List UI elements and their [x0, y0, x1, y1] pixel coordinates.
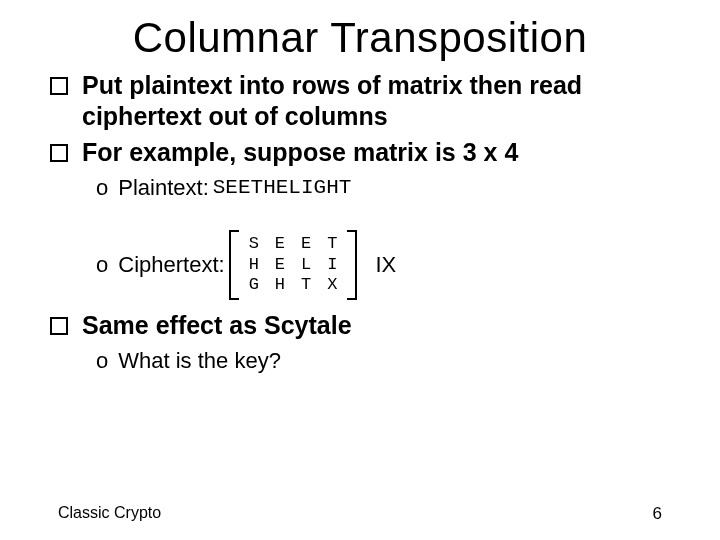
bullet-2: For example, suppose matrix is 3 x 4	[50, 137, 670, 168]
matrix-cell: X	[319, 275, 345, 295]
plaintext-label: Plaintext:	[118, 174, 209, 203]
matrix-row: G H T X	[241, 275, 346, 295]
o-bullet-icon: o	[96, 347, 108, 376]
footer-left: Classic Crypto	[58, 504, 161, 524]
matrix-cell: G	[241, 275, 267, 295]
square-bullet-icon	[50, 77, 68, 95]
matrix-cell: E	[267, 255, 293, 275]
subbullet-plaintext: o Plaintext: SEETHELIGHT	[96, 174, 670, 203]
matrix-cell: L	[293, 255, 319, 275]
page-number: 6	[653, 504, 662, 524]
ciphertext-trail: IX	[375, 251, 396, 280]
plaintext-value: SEETHELIGHT	[213, 174, 352, 201]
subbullet-ciphertext: o Ciphertext: S E E T H E L I	[96, 230, 670, 299]
matrix-cell: E	[267, 234, 293, 254]
footer: Classic Crypto 6	[0, 504, 720, 524]
bullet-1-text: Put plaintext into rows of matrix then r…	[82, 70, 670, 133]
matrix-cell: H	[267, 275, 293, 295]
o-bullet-icon: o	[96, 174, 108, 203]
matrix-cell: S	[241, 234, 267, 254]
bullet-3: Same effect as Scytale	[50, 310, 670, 341]
matrix-cell: T	[319, 234, 345, 254]
slide-content: Put plaintext into rows of matrix then r…	[50, 70, 670, 375]
bullet-2-text: For example, suppose matrix is 3 x 4	[82, 137, 518, 168]
matrix-cell: H	[241, 255, 267, 275]
bullet-1: Put plaintext into rows of matrix then r…	[50, 70, 670, 133]
matrix-table: S E E T H E L I G H T X	[241, 234, 346, 295]
matrix: S E E T H E L I G H T X	[229, 230, 358, 299]
matrix-cell: I	[319, 255, 345, 275]
square-bullet-icon	[50, 144, 68, 162]
matrix-cell: T	[293, 275, 319, 295]
slide-title: Columnar Transposition	[0, 14, 720, 62]
ciphertext-label: Ciphertext:	[118, 251, 224, 280]
key-question: What is the key?	[118, 347, 281, 376]
matrix-row: S E E T	[241, 234, 346, 254]
o-bullet-icon: o	[96, 251, 108, 280]
subbullet-key: o What is the key?	[96, 347, 670, 376]
square-bullet-icon	[50, 317, 68, 335]
slide: Columnar Transposition Put plaintext int…	[0, 14, 720, 540]
matrix-cell: E	[293, 234, 319, 254]
bullet-3-text: Same effect as Scytale	[82, 310, 352, 341]
matrix-row: H E L I	[241, 255, 346, 275]
